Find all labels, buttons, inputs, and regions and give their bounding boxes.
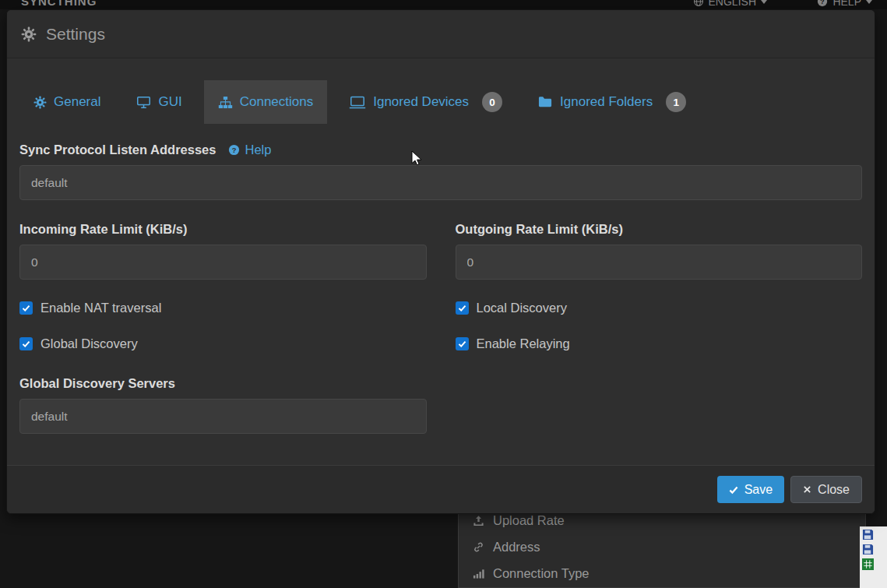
spreadsheet-icon[interactable] (862, 558, 887, 570)
checkbox-checked-icon (456, 337, 469, 350)
nat-traversal-checkbox[interactable]: Enable NAT traversal (19, 301, 427, 315)
desktop-shortcuts (860, 526, 887, 588)
display-icon (349, 96, 366, 109)
signal-bars-icon (473, 568, 484, 579)
panel-row-address[interactable]: Address (459, 533, 865, 560)
panel-row-label: Address (493, 540, 540, 555)
folder-icon (538, 96, 553, 108)
panel-row-connection-type[interactable]: Connection Type (459, 560, 865, 586)
panel-row-label: Connection Type (493, 566, 590, 581)
gear-icon (21, 26, 37, 42)
panel-row-label: Upload Rate (493, 513, 565, 528)
floppy-icon[interactable] (862, 544, 887, 555)
listen-addresses-input[interactable] (19, 165, 862, 200)
chevron-down-icon (866, 0, 872, 4)
link-icon (473, 541, 484, 553)
gear-icon (33, 96, 47, 109)
close-icon (803, 485, 811, 494)
sitemap-icon (218, 96, 233, 109)
global-discovery-servers-input[interactable] (19, 399, 427, 434)
settings-tabs: General GUI Connections Ignored Devices (19, 80, 862, 124)
language-label: ENGLISH (709, 0, 756, 8)
checkbox-checked-icon (456, 301, 469, 315)
incoming-rate-label: Incoming Rate Limit (KiB/s) (19, 222, 187, 236)
tab-label: General (54, 94, 100, 110)
settings-dialog: Settings (6, 9, 875, 514)
monitor-icon (136, 96, 151, 109)
incoming-rate-input[interactable] (19, 245, 427, 280)
tab-general[interactable]: General (19, 80, 114, 124)
check-icon (729, 485, 738, 495)
globe-icon (693, 0, 704, 7)
help-menu-label: HELP (832, 0, 861, 8)
checkbox-label: Local Discovery (477, 301, 567, 315)
checkbox-label: Enable NAT traversal (40, 301, 161, 315)
ignored-folders-count-badge: 1 (666, 92, 686, 112)
language-menu[interactable]: ENGLISH (693, 0, 767, 8)
checkbox-label: Enable Relaying (477, 336, 570, 351)
save-button[interactable]: Save (717, 476, 784, 503)
checkbox-label: Global Discovery (40, 336, 138, 351)
top-navbar: SYNCTHING ENGLISH ? HELP (0, 0, 887, 9)
global-discovery-servers-label: Global Discovery Servers (19, 376, 862, 391)
tab-label: Ignored Folders (560, 94, 653, 110)
outgoing-rate-label: Outgoing Rate Limit (KiB/s) (456, 222, 623, 236)
tab-label: Ignored Devices (373, 94, 469, 110)
connections-form: Sync Protocol Listen Addresses ? Help In… (19, 143, 862, 434)
close-button-label: Close (818, 483, 850, 497)
tab-label: Connections (240, 94, 314, 110)
chevron-down-icon (761, 0, 767, 4)
background-device-panel: Upload Rate Address Connection Type (458, 506, 866, 588)
local-discovery-checkbox[interactable]: Local Discovery (456, 301, 863, 315)
dialog-footer: Save Close (7, 465, 875, 513)
tab-ignored-folders[interactable]: Ignored Folders 1 (524, 80, 700, 124)
ignored-devices-count-badge: 0 (482, 92, 502, 112)
question-circle-icon: ? (228, 144, 240, 156)
help-link[interactable]: ? Help (228, 143, 271, 157)
tab-connections[interactable]: Connections (204, 80, 328, 124)
global-discovery-checkbox[interactable]: Global Discovery (19, 336, 427, 351)
upload-icon (473, 515, 484, 526)
svg-text:?: ? (232, 146, 237, 154)
checkbox-checked-icon (19, 337, 33, 350)
floppy-icon[interactable] (862, 529, 887, 540)
svg-text:?: ? (821, 0, 825, 5)
enable-relaying-checkbox[interactable]: Enable Relaying (456, 336, 863, 351)
help-menu[interactable]: ? HELP (817, 0, 872, 8)
dialog-title: Settings (46, 25, 105, 44)
dialog-header: Settings (7, 10, 875, 58)
tab-gui[interactable]: GUI (122, 80, 195, 124)
syncthing-brand: SYNCTHING (21, 0, 97, 8)
save-button-label: Save (744, 483, 773, 497)
tab-label: GUI (158, 94, 181, 110)
listen-addresses-label: Sync Protocol Listen Addresses (19, 143, 216, 157)
outgoing-rate-input[interactable] (456, 245, 863, 280)
question-circle-icon: ? (817, 0, 828, 7)
tab-ignored-devices[interactable]: Ignored Devices 0 (335, 80, 516, 124)
checkbox-checked-icon (19, 301, 33, 315)
help-link-label: Help (245, 143, 271, 157)
close-button[interactable]: Close (790, 476, 862, 503)
